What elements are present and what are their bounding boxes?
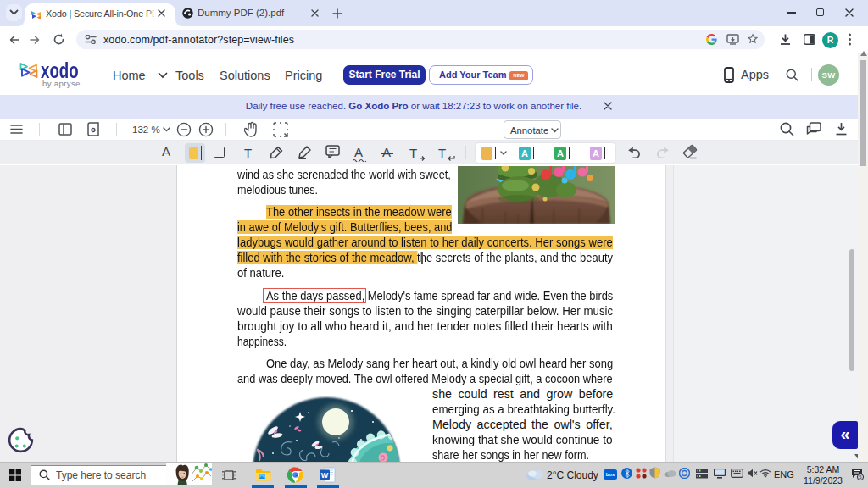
svg-text:W: W (321, 471, 329, 480)
